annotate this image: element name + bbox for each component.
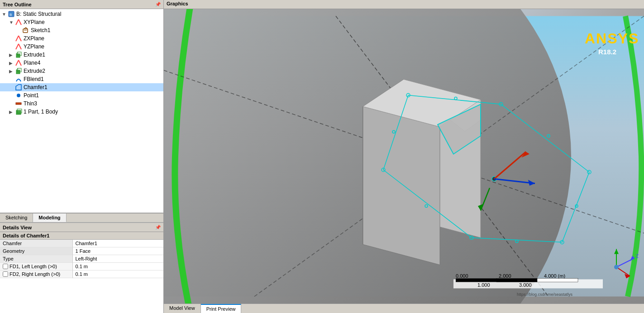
sketch-icon: [22, 27, 30, 34]
svg-line-2: [16, 19, 19, 25]
fblend-icon: [14, 76, 23, 83]
svg-rect-20: [16, 103, 21, 104]
tree-item-plane4[interactable]: ▶ Plane4: [0, 59, 163, 67]
svg-text:3.000: 3.000: [519, 282, 532, 288]
details-view: Details View 📌 Details of Chamfer1 Chamf…: [0, 223, 163, 313]
plane4-icon: [14, 59, 23, 66]
svg-rect-58: [456, 279, 496, 282]
details-label-chamfer: Chamfer: [0, 240, 72, 247]
details-view-title-bar: Details View 📌: [0, 223, 163, 232]
details-value-type[interactable]: Left-Right: [72, 255, 163, 263]
tree-item-sketch1[interactable]: Sketch1: [0, 26, 163, 34]
table-row: FD1, Left Length (>0) 0.1 m: [0, 263, 163, 270]
tree-item-extrude2[interactable]: ▶ Extrude2: [0, 67, 163, 75]
chamfer-icon: [14, 84, 23, 91]
tree-item-chamfer1[interactable]: Chamfer1: [0, 83, 163, 91]
details-value-chamfer[interactable]: Chamfer1: [72, 240, 163, 247]
tree-outline-title-bar: Tree Outline 📌: [0, 0, 163, 9]
tree-item-thin3[interactable]: Thin3: [0, 100, 163, 108]
graphics-title-bar: Graphics: [164, 0, 644, 9]
svg-text:4.000 (m): 4.000 (m): [544, 273, 565, 279]
xyplane-icon: [14, 19, 23, 26]
fd2-checkbox[interactable]: [3, 271, 8, 277]
tab-sketching[interactable]: Sketching: [0, 213, 33, 222]
model-icon: B: [7, 10, 15, 18]
zxplane-icon: [14, 35, 23, 42]
tree-item-fblend1[interactable]: FBlend1: [0, 75, 163, 83]
graphics-bottom-tabs: Model View Print Preview: [164, 304, 644, 313]
yzplane-icon: [14, 43, 23, 50]
svg-line-8: [16, 44, 19, 49]
svg-point-73: [614, 265, 619, 270]
extrude2-icon: [14, 67, 23, 75]
table-row: Geometry 1 Face: [0, 247, 163, 255]
extrude1-icon: [14, 51, 23, 58]
svg-text:Z: Z: [636, 254, 639, 259]
svg-line-6: [16, 36, 19, 41]
tree-item-yzplane[interactable]: YZPlane: [0, 43, 163, 51]
tab-model-view[interactable]: Model View: [164, 304, 201, 313]
fd1-checkbox[interactable]: [3, 264, 8, 269]
tree-outline-pin-icon[interactable]: 📌: [155, 2, 161, 7]
svg-line-9: [19, 44, 21, 49]
table-row: Chamfer Chamfer1: [0, 240, 163, 247]
svg-rect-60: [496, 279, 537, 282]
tree-outline-title: Tree Outline: [3, 2, 32, 7]
graphics-area: Graphics: [164, 0, 644, 313]
details-label-fd2: FD2, Right Length (>0): [0, 270, 72, 278]
sketching-modeling-tabs: Sketching Modeling: [0, 213, 163, 223]
svg-marker-18: [16, 85, 21, 90]
details-label-geometry: Geometry: [0, 247, 72, 255]
thin-icon: [14, 100, 23, 107]
details-label-fd1: FD1, Left Length (>0): [0, 263, 72, 270]
svg-line-13: [16, 60, 19, 66]
details-table: Chamfer Chamfer1 Geometry 1 Face Type Le…: [0, 240, 163, 278]
svg-text:2.000: 2.000: [499, 273, 511, 279]
svg-text:ANSYS: ANSYS: [585, 30, 639, 47]
tree-item-xyplane[interactable]: ▼ XYPlane: [0, 18, 163, 26]
svg-text:B: B: [10, 13, 12, 17]
svg-line-14: [19, 60, 21, 66]
graphics-viewport[interactable]: 0.000 2.000 4.000 (m) 1.000 3.000 ANSYS …: [164, 9, 644, 304]
details-content: Details of Chamfer1 Chamfer Chamfer1 Geo…: [0, 232, 163, 313]
tree-item-zxplane[interactable]: ZXPlane: [0, 34, 163, 43]
point-icon: [14, 92, 23, 99]
details-group-header: Details of Chamfer1: [0, 232, 163, 240]
tree-item-extrude1[interactable]: ▶ Extrude1: [0, 51, 163, 59]
body-icon: [14, 108, 23, 115]
tree-content: ▼ B B: Static Structural ▼ XYPlane: [0, 9, 163, 213]
tree-item-static-structural[interactable]: ▼ B B: Static Structural: [0, 10, 163, 18]
details-value-fd1[interactable]: 0.1 m: [72, 263, 163, 270]
tab-modeling[interactable]: Modeling: [33, 213, 66, 222]
details-label-type: Type: [0, 255, 72, 263]
table-row: FD2, Right Length (>0) 0.1 m: [0, 270, 163, 278]
details-value-geometry[interactable]: 1 Face: [72, 247, 163, 255]
tree-item-1part-1body[interactable]: ▶ 1 Part, 1 Body: [0, 108, 163, 116]
graphics-title: Graphics: [167, 1, 188, 6]
svg-text:https://blog.csdn.me/seastatly: https://blog.csdn.me/seastatlys: [517, 292, 573, 297]
svg-rect-61: [537, 279, 578, 282]
details-view-title: Details View: [3, 225, 32, 230]
svg-text:1.000: 1.000: [477, 282, 490, 288]
table-row: Type Left-Right: [0, 255, 163, 263]
details-pin-icon[interactable]: 📌: [155, 225, 161, 230]
svg-text:R18.2: R18.2: [598, 48, 616, 56]
svg-point-19: [17, 94, 20, 97]
svg-rect-4: [23, 29, 28, 33]
svg-marker-30: [363, 107, 440, 265]
3d-scene-svg: 0.000 2.000 4.000 (m) 1.000 3.000 ANSYS …: [164, 9, 644, 304]
svg-line-7: [19, 36, 21, 41]
tree-item-point1[interactable]: Point1: [0, 91, 163, 100]
svg-line-3: [19, 19, 21, 25]
tab-print-preview[interactable]: Print Preview: [201, 304, 242, 313]
details-value-fd2[interactable]: 0.1 m: [72, 270, 163, 278]
svg-text:0.000: 0.000: [456, 273, 468, 279]
